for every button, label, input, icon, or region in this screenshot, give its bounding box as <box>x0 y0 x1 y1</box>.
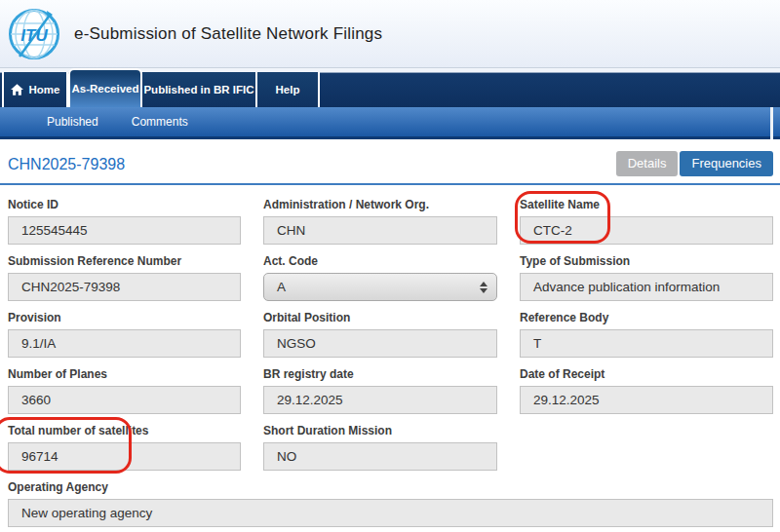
field-satellite-name: Satellite Name CTC-2 <box>520 198 773 245</box>
subnav-item-published[interactable]: Published <box>47 115 98 129</box>
satellite-name-input: CTC-2 <box>520 216 773 245</box>
title-divider <box>0 183 780 185</box>
date-of-receipt-label: Date of Receipt <box>520 367 773 381</box>
submission-reference-label: Submission Reference Number <box>8 254 241 268</box>
field-total-satellites: Total number of satellites 96714 <box>8 424 241 471</box>
app-title: e-Submission of Satellite Network Filing… <box>74 24 382 44</box>
home-icon <box>11 84 23 95</box>
provision-input: 9.1/IA <box>8 329 241 358</box>
tab-home-label: Home <box>29 84 60 95</box>
app-header: ITU e-Submission of Satellite Network Fi… <box>0 0 780 68</box>
date-of-receipt-input: 29.12.2025 <box>520 386 773 414</box>
field-br-registry-date: BR registry date 29.12.2025 <box>263 367 497 414</box>
field-orbital-position: Orbital Position NGSO <box>263 311 497 358</box>
act-code-select[interactable]: A <box>263 273 497 301</box>
field-reference-body: Reference Body T <box>520 311 773 358</box>
field-date-of-receipt: Date of Receipt 29.12.2025 <box>520 367 773 414</box>
subnav-item-comments[interactable]: Comments <box>132 115 188 129</box>
tab-help-label: Help <box>276 84 300 95</box>
tab-help[interactable]: Help <box>257 72 320 107</box>
field-short-duration-mission: Short Duration Mission NO <box>263 424 497 471</box>
notice-id-input: 125545445 <box>8 216 241 245</box>
type-of-submission-input: Advance publication information <box>520 273 773 301</box>
details-button[interactable]: Details <box>616 151 679 176</box>
page-title: CHN2025-79398 <box>8 156 125 173</box>
satellite-name-label: Satellite Name <box>520 198 773 211</box>
number-of-planes-input: 3660 <box>8 386 241 414</box>
field-provision: Provision 9.1/IA <box>8 311 241 358</box>
administration-label: Administration / Network Org. <box>263 198 497 211</box>
operating-agency-label: Operating Agency <box>8 480 773 494</box>
reference-body-label: Reference Body <box>520 311 773 324</box>
sub-navigation: Published Comments <box>0 107 780 139</box>
operating-agency-input: New operating agency <box>8 499 773 527</box>
act-code-label: Act. Code <box>263 254 497 268</box>
filing-details-form: Notice ID 125545445 Administration / Net… <box>8 198 780 527</box>
number-of-planes-label: Number of Planes <box>8 367 241 381</box>
act-code-value: A <box>277 280 286 294</box>
total-satellites-input: 96714 <box>8 442 241 471</box>
field-number-of-planes: Number of Planes 3660 <box>8 367 241 414</box>
short-duration-mission-input: NO <box>263 442 497 471</box>
field-type-of-submission: Type of Submission Advance publication i… <box>520 254 773 301</box>
tab-published-in-br-ific[interactable]: Published in BR IFIC <box>142 72 257 107</box>
field-operating-agency: Operating Agency New operating agency <box>8 480 773 527</box>
tab-as-received-label: As-Received <box>71 83 138 95</box>
br-registry-date-input: 29.12.2025 <box>263 386 497 414</box>
reference-body-input: T <box>520 329 773 358</box>
field-act-code: Act. Code A <box>263 254 497 301</box>
scrollbar-track <box>770 107 773 139</box>
field-spacer <box>520 424 773 471</box>
submission-reference-input: CHN2025-79398 <box>8 273 241 301</box>
itu-logo-icon: ITU <box>8 8 60 60</box>
field-notice-id: Notice ID 125545445 <box>8 198 241 245</box>
administration-input: CHN <box>263 216 497 245</box>
notice-id-label: Notice ID <box>8 198 241 211</box>
short-duration-mission-label: Short Duration Mission <box>263 424 497 437</box>
frequencies-button[interactable]: Frequencies <box>680 151 773 176</box>
total-satellites-label: Total number of satellites <box>8 424 241 437</box>
field-submission-reference: Submission Reference Number CHN2025-7939… <box>8 254 241 301</box>
main-navigation: Home As-Received Published in BR IFIC He… <box>0 68 780 107</box>
field-administration: Administration / Network Org. CHN <box>263 198 497 245</box>
tab-home[interactable]: Home <box>2 72 68 107</box>
itu-logo-text: ITU <box>20 26 48 45</box>
tab-published-in-br-ific-label: Published in BR IFIC <box>143 84 254 95</box>
orbital-position-input: NGSO <box>263 329 497 358</box>
orbital-position-label: Orbital Position <box>263 311 497 324</box>
select-spinner-icon <box>480 282 488 293</box>
provision-label: Provision <box>8 311 241 324</box>
tab-as-received[interactable]: As-Received <box>68 68 142 107</box>
view-switch-buttons: Details Frequencies <box>616 151 773 176</box>
page-header-row: CHN2025-79398 Details Frequencies <box>0 139 780 183</box>
type-of-submission-label: Type of Submission <box>520 254 773 268</box>
br-registry-date-label: BR registry date <box>263 367 497 381</box>
